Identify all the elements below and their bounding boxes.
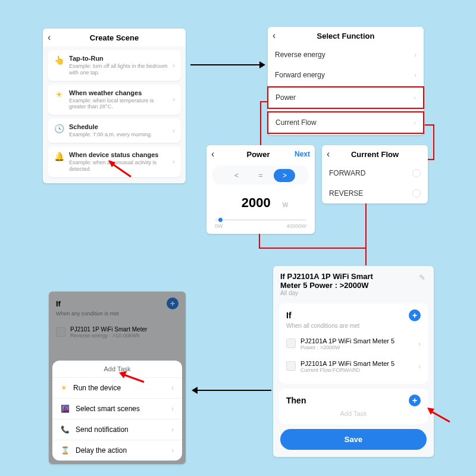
flow-forward[interactable]: FORWARD bbox=[322, 163, 428, 183]
task-select-scenes[interactable]: 🌆Select smart scenes› bbox=[52, 398, 182, 419]
if-sub: When all conditions are met bbox=[286, 322, 421, 329]
chevron-right-icon: › bbox=[414, 119, 416, 126]
chevron-right-icon: › bbox=[414, 51, 416, 58]
arrow-left-icon bbox=[192, 387, 198, 394]
red-connector bbox=[259, 233, 260, 249]
flow-title: Current Flow bbox=[337, 150, 412, 159]
chevron-right-icon: › bbox=[173, 158, 175, 166]
add-condition-button[interactable]: + bbox=[409, 309, 421, 321]
red-connector bbox=[427, 159, 434, 160]
back-icon[interactable]: ‹ bbox=[211, 149, 222, 159]
add-task-sheet: Add Task ☀Run the device› 🌆Select smart … bbox=[52, 361, 182, 461]
red-connector bbox=[433, 124, 434, 160]
bell-icon: 🔔 bbox=[54, 151, 64, 162]
condition-row[interactable]: PJ2101A 1P WiFi Smart Meter 5Power : >20… bbox=[286, 333, 421, 355]
chevron-right-icon: › bbox=[171, 425, 174, 434]
chevron-right-icon: › bbox=[418, 340, 421, 348]
chevron-right-icon: › bbox=[173, 127, 175, 135]
back-icon[interactable]: ‹ bbox=[327, 149, 337, 159]
chevron-right-icon: › bbox=[171, 384, 174, 392]
red-connector bbox=[259, 248, 366, 249]
device-icon bbox=[286, 339, 296, 348]
back-icon[interactable]: ‹ bbox=[273, 30, 283, 41]
chevron-right-icon: › bbox=[173, 95, 175, 104]
power-unit: W bbox=[283, 202, 288, 208]
radio-icon bbox=[412, 169, 421, 177]
summary-title: If PJ2101A 1P WiFi SmartMeter 5 Power : … bbox=[273, 266, 419, 290]
chevron-right-icon: › bbox=[414, 94, 416, 101]
red-arrow-icon bbox=[119, 370, 145, 384]
device-icon bbox=[286, 361, 296, 371]
task-send-notification[interactable]: 📞Send notification› bbox=[52, 419, 182, 440]
red-connector bbox=[365, 248, 367, 265]
add-task-button[interactable]: + bbox=[409, 394, 421, 406]
op-lt[interactable]: < bbox=[226, 169, 248, 182]
sheet-title: Add Task bbox=[52, 361, 182, 377]
add-task-panel: If + When any condition is met PJ2101 1P… bbox=[49, 292, 186, 464]
fn-forward-energy[interactable]: Forward energy› bbox=[268, 65, 424, 85]
if-label: If bbox=[286, 311, 292, 320]
chevron-right-icon: › bbox=[414, 71, 416, 79]
radio-icon bbox=[412, 189, 421, 198]
select-function-panel: ‹ Select Function Reverse energy› Forwar… bbox=[268, 27, 424, 135]
flow-arrow bbox=[190, 64, 261, 65]
create-scene-title: Create Scene bbox=[58, 33, 170, 42]
power-panel: ‹ Power Next < = > 2000W 0W40000W bbox=[206, 145, 315, 234]
svg-line-0 bbox=[112, 164, 131, 177]
option-schedule[interactable]: 🕓 ScheduleExample: 7:00 a.m. every morni… bbox=[48, 118, 181, 143]
condition-row[interactable]: PJ2101A 1P WiFi Smart Meter 5Current Flo… bbox=[286, 355, 421, 378]
summary-panel: If PJ2101A 1P WiFi SmartMeter 5 Power : … bbox=[273, 266, 434, 457]
task-run-device[interactable]: ☀Run the device› bbox=[52, 377, 182, 398]
edit-icon[interactable]: ✎ bbox=[419, 266, 434, 282]
tap-icon: 👆 bbox=[54, 55, 64, 65]
red-arrow-icon bbox=[427, 408, 451, 423]
flow-reverse[interactable]: REVERSE bbox=[322, 183, 428, 203]
current-flow-panel: ‹ Current Flow FORWARD REVERSE bbox=[322, 145, 428, 203]
svg-line-4 bbox=[123, 374, 144, 382]
power-value[interactable]: 2000 bbox=[233, 192, 279, 214]
next-button[interactable]: Next bbox=[295, 150, 310, 158]
op-gt[interactable]: > bbox=[274, 169, 295, 182]
then-label: Then bbox=[286, 396, 306, 405]
sun-icon: ☀ bbox=[54, 89, 64, 100]
chevron-right-icon: › bbox=[171, 446, 174, 455]
power-max: 40000W bbox=[286, 223, 306, 229]
arrow-right-icon bbox=[259, 61, 265, 68]
then-section: Then + Add Task bbox=[279, 389, 428, 424]
sun-icon: ☀ bbox=[61, 384, 67, 392]
select-function-title: Select Function bbox=[283, 32, 408, 40]
option-tap-to-run[interactable]: 👆 Tap-to-RunExample: turn off all lights… bbox=[48, 50, 181, 81]
op-eq[interactable]: = bbox=[250, 169, 271, 182]
chevron-right-icon: › bbox=[418, 362, 421, 371]
save-button[interactable]: Save bbox=[280, 429, 427, 450]
fn-reverse-energy[interactable]: Reverse energy› bbox=[268, 45, 424, 65]
fn-power[interactable]: Power› bbox=[267, 86, 424, 109]
red-connector bbox=[365, 202, 367, 249]
flow-arrow bbox=[196, 390, 271, 391]
phone-icon: 📞 bbox=[61, 425, 70, 434]
option-weather[interactable]: ☀ When weather changesExample: when loca… bbox=[48, 84, 181, 115]
power-min: 0W bbox=[215, 223, 223, 229]
add-task-placeholder: Add Task bbox=[286, 410, 421, 417]
summary-allday: All day bbox=[273, 290, 419, 301]
svg-line-2 bbox=[431, 411, 450, 422]
svg-marker-3 bbox=[427, 408, 434, 415]
scene-icon: 🌆 bbox=[61, 405, 70, 413]
power-title: Power bbox=[222, 150, 295, 159]
chevron-right-icon: › bbox=[171, 405, 174, 413]
clock-icon: 🕓 bbox=[54, 123, 64, 134]
hourglass-icon: ⌛ bbox=[61, 446, 70, 455]
red-arrow-icon bbox=[108, 160, 132, 178]
back-icon[interactable]: ‹ bbox=[48, 32, 58, 43]
task-delay[interactable]: ⌛Delay the action› bbox=[52, 440, 182, 461]
if-section: If + When all conditions are met PJ2101A… bbox=[279, 303, 428, 384]
chevron-right-icon: › bbox=[173, 61, 175, 70]
fn-current-flow[interactable]: Current Flow› bbox=[267, 111, 424, 134]
